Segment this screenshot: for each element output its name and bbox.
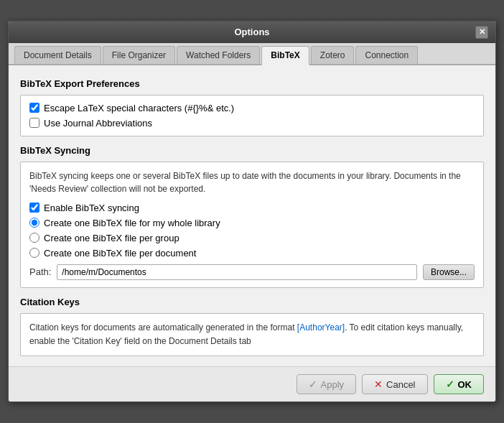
- use-journal-label: Use Journal Abbreviations: [44, 118, 152, 129]
- dialog-title: Options: [234, 27, 269, 37]
- tab-file-organizer[interactable]: File Organizer: [103, 46, 175, 64]
- radio-per-group[interactable]: [29, 233, 39, 243]
- escape-latex-row: Escape LaTeX special characters (#{}%& e…: [29, 103, 475, 113]
- path-row: Path: Browse...: [29, 264, 475, 280]
- titlebar: Options ✕: [9, 22, 495, 43]
- escape-latex-label: Escape LaTeX special characters (#{}%& e…: [44, 103, 234, 113]
- radio-per-document[interactable]: [29, 248, 39, 258]
- footer: ✓ Apply ✕ Cancel ✓ OK: [9, 366, 495, 401]
- ok-button[interactable]: ✓ OK: [434, 374, 485, 394]
- options-dialog: Options ✕ Document Details File Organize…: [8, 21, 496, 402]
- citation-box: Citation keys for documents are automati…: [20, 313, 484, 356]
- enable-syncing-checkbox[interactable]: [29, 203, 39, 213]
- close-icon: ✕: [479, 27, 485, 37]
- close-button[interactable]: ✕: [475, 26, 488, 39]
- radio-whole-library-label: Create one BibTeX file for my whole libr…: [44, 218, 220, 228]
- tab-bar: Document Details File Organizer Watched …: [9, 43, 495, 65]
- cancel-button[interactable]: ✕ Cancel: [362, 374, 427, 394]
- cancel-label: Cancel: [386, 379, 415, 390]
- ok-label: OK: [458, 379, 472, 390]
- enable-syncing-row: Enable BibTeX syncing: [29, 203, 475, 213]
- tab-bibtex[interactable]: BibTeX: [261, 46, 309, 65]
- syncing-box: BibTeX syncing keeps one or several BibT…: [20, 162, 484, 288]
- radio-per-group-label: Create one BibTeX file per group: [44, 233, 179, 243]
- use-journal-checkbox[interactable]: [29, 118, 39, 128]
- tab-zotero[interactable]: Zotero: [311, 46, 355, 64]
- citation-text-part1: Citation keys for documents are automati…: [29, 322, 297, 333]
- tab-connection[interactable]: Connection: [355, 46, 418, 64]
- radio-per-document-label: Create one BibTeX file per document: [44, 248, 196, 259]
- cancel-icon: ✕: [374, 378, 383, 390]
- apply-label: Apply: [321, 379, 345, 390]
- path-label: Path:: [29, 266, 51, 277]
- escape-latex-checkbox[interactable]: [29, 103, 39, 113]
- tab-document-details[interactable]: Document Details: [14, 46, 101, 64]
- radio-per-document-row: Create one BibTeX file per document: [29, 248, 475, 259]
- citation-text-highlight: [AuthorYear]: [297, 322, 345, 333]
- apply-button[interactable]: ✓ Apply: [297, 374, 357, 394]
- path-input[interactable]: [57, 264, 417, 280]
- ok-icon: ✓: [446, 378, 454, 390]
- radio-whole-library[interactable]: [29, 218, 39, 228]
- radio-per-group-row: Create one BibTeX file per group: [29, 233, 475, 243]
- export-section-title: BibTeX Export Preferences: [20, 78, 484, 89]
- enable-syncing-label: Enable BibTeX syncing: [44, 203, 139, 213]
- export-preferences-box: Escape LaTeX special characters (#{}%& e…: [20, 95, 484, 136]
- citation-info: Citation keys for documents are automati…: [29, 321, 475, 348]
- browse-button[interactable]: Browse...: [423, 264, 475, 280]
- syncing-info: BibTeX syncing keeps one or several BibT…: [29, 169, 475, 195]
- apply-icon: ✓: [309, 378, 317, 390]
- radio-whole-library-row: Create one BibTeX file for my whole libr…: [29, 218, 475, 228]
- syncing-section-title: BibTeX Syncing: [20, 145, 484, 156]
- tab-watched-folders[interactable]: Watched Folders: [177, 46, 260, 64]
- citation-section-title: Citation Keys: [20, 297, 484, 307]
- use-journal-row: Use Journal Abbreviations: [29, 118, 475, 129]
- main-content: BibTeX Export Preferences Escape LaTeX s…: [9, 65, 495, 366]
